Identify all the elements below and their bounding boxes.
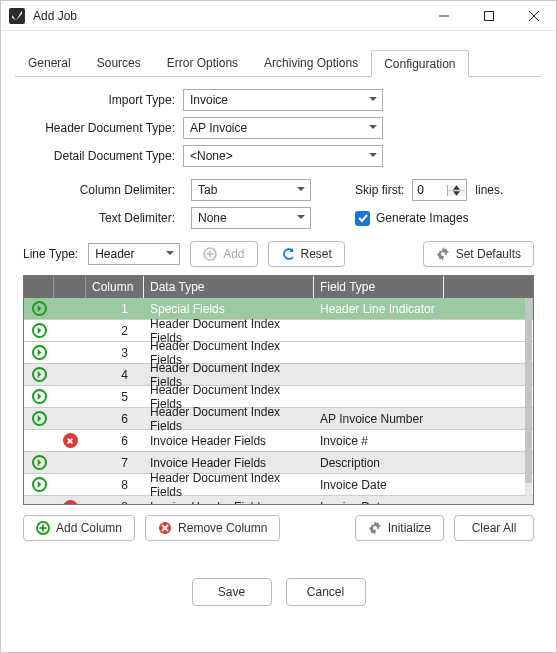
table-row[interactable]: 8Header Document Index FieldsInvoice Dat… xyxy=(24,474,533,496)
cell-data-type: Invoice Header Fields xyxy=(144,430,314,451)
row-expand-icon[interactable] xyxy=(32,345,47,360)
clear-all-button[interactable]: Clear All xyxy=(454,515,534,541)
cell-column: 3 xyxy=(86,342,144,363)
table-row[interactable]: 6Header Document Index FieldsAP Invoice … xyxy=(24,408,533,430)
cell-column: 7 xyxy=(86,452,144,473)
tab-general[interactable]: General xyxy=(15,49,84,76)
chevron-down-icon xyxy=(296,211,306,225)
table-row[interactable]: 8Invoice Header FieldsInvoice Date xyxy=(24,496,533,504)
tab-pane-configuration: Import Type: Invoice Header Document Typ… xyxy=(15,77,542,543)
add-column-label: Add Column xyxy=(56,521,122,535)
skip-first-suffix: lines. xyxy=(475,183,503,197)
remove-column-button[interactable]: Remove Column xyxy=(145,515,280,541)
grid-scrollbar-thumb[interactable] xyxy=(525,298,532,483)
plus-circle-icon xyxy=(203,247,217,261)
spin-down-button[interactable] xyxy=(448,191,465,196)
cancel-label: Cancel xyxy=(307,585,344,599)
skip-first-label: Skip first: xyxy=(355,183,404,197)
detail-doc-type-select[interactable]: <None> xyxy=(183,145,383,167)
text-delimiter-select[interactable]: None xyxy=(191,207,311,229)
row-error-icon xyxy=(63,433,78,448)
initialize-label: Initialize xyxy=(388,521,431,535)
row-expand-icon[interactable] xyxy=(32,301,47,316)
window-minimize-button[interactable] xyxy=(421,1,466,30)
cell-column: 6 xyxy=(86,430,144,451)
grid-header-data-type[interactable]: Data Type xyxy=(144,276,314,298)
initialize-button[interactable]: Initialize xyxy=(355,515,444,541)
line-type-label: Line Type: xyxy=(23,247,78,261)
tab-configuration[interactable]: Configuration xyxy=(371,50,468,77)
row-expand-icon[interactable] xyxy=(32,323,47,338)
generate-images-label: Generate Images xyxy=(376,211,469,225)
header-doc-type-value: AP Invoice xyxy=(190,121,247,135)
cell-column: 4 xyxy=(86,364,144,385)
text-delimiter-value: None xyxy=(198,211,227,225)
detail-doc-type-value: <None> xyxy=(190,149,233,163)
cancel-button[interactable]: Cancel xyxy=(286,578,366,606)
remove-column-label: Remove Column xyxy=(178,521,267,535)
grid-header: Column Data Type Field Type xyxy=(24,276,533,298)
save-label: Save xyxy=(218,585,245,599)
column-delimiter-select[interactable]: Tab xyxy=(191,179,311,201)
import-type-select[interactable]: Invoice xyxy=(183,89,383,111)
row-expand-icon[interactable] xyxy=(32,367,47,382)
grid-header-column[interactable]: Column xyxy=(86,276,144,298)
set-defaults-button[interactable]: Set Defaults xyxy=(423,241,534,267)
window-close-button[interactable] xyxy=(511,1,556,30)
row-expand-icon[interactable] xyxy=(32,389,47,404)
reset-arrow-icon xyxy=(281,247,295,261)
row-expand-icon[interactable] xyxy=(32,455,47,470)
chevron-down-icon xyxy=(165,247,175,261)
cell-field-type: Invoice # xyxy=(314,430,533,451)
cell-data-type: Header Document Index Fields xyxy=(144,408,314,429)
svg-rect-1 xyxy=(484,11,493,20)
title-bar: Add Job xyxy=(1,1,556,31)
reset-button-label: Reset xyxy=(301,247,332,261)
save-button[interactable]: Save xyxy=(192,578,272,606)
cell-column: 1 xyxy=(86,298,144,319)
line-type-value: Header xyxy=(95,247,134,261)
cell-field-type xyxy=(314,386,533,407)
chevron-down-icon xyxy=(368,149,378,163)
tab-sources[interactable]: Sources xyxy=(84,49,154,76)
add-button[interactable]: Add xyxy=(190,241,257,267)
chevron-down-icon xyxy=(296,183,306,197)
header-doc-type-label: Header Document Type: xyxy=(23,121,183,135)
add-column-button[interactable]: Add Column xyxy=(23,515,135,541)
tab-error-options[interactable]: Error Options xyxy=(154,49,251,76)
line-type-select[interactable]: Header xyxy=(88,243,180,265)
set-defaults-label: Set Defaults xyxy=(456,247,521,261)
row-expand-icon[interactable] xyxy=(32,411,47,426)
tab-archiving-options[interactable]: Archiving Options xyxy=(251,49,371,76)
grid-scrollbar[interactable] xyxy=(525,298,532,503)
cell-field-type: Invoice Date xyxy=(314,496,533,504)
table-row[interactable]: 6Invoice Header FieldsInvoice # xyxy=(24,430,533,452)
import-type-value: Invoice xyxy=(190,93,228,107)
grid-header-field-type[interactable]: Field Type xyxy=(314,276,444,298)
clear-all-label: Clear All xyxy=(472,521,517,535)
cell-field-type: Description xyxy=(314,452,533,473)
row-expand-icon[interactable] xyxy=(32,477,47,492)
reset-button[interactable]: Reset xyxy=(268,241,345,267)
x-circle-icon xyxy=(158,521,172,535)
gear-icon xyxy=(436,247,450,261)
row-error-icon xyxy=(63,500,78,505)
window-title: Add Job xyxy=(33,9,77,23)
cell-field-type: AP Invoice Number xyxy=(314,408,533,429)
generate-images-checkbox[interactable] xyxy=(355,211,370,226)
skip-first-input[interactable] xyxy=(413,180,447,200)
import-type-label: Import Type: xyxy=(23,93,183,107)
cell-column: 8 xyxy=(86,474,144,495)
svg-point-7 xyxy=(441,252,445,256)
skip-first-spinner[interactable] xyxy=(412,179,467,201)
gear-icon xyxy=(368,521,382,535)
chevron-down-icon xyxy=(368,121,378,135)
cell-field-type xyxy=(314,320,533,341)
header-doc-type-select[interactable]: AP Invoice xyxy=(183,117,383,139)
window-maximize-button[interactable] xyxy=(466,1,511,30)
column-delimiter-label: Column Delimiter: xyxy=(23,183,183,197)
columns-grid: Column Data Type Field Type 1Special Fie… xyxy=(23,275,534,505)
plus-circle-icon xyxy=(36,521,50,535)
cell-column: 6 xyxy=(86,408,144,429)
cell-data-type: Invoice Header Fields xyxy=(144,496,314,504)
